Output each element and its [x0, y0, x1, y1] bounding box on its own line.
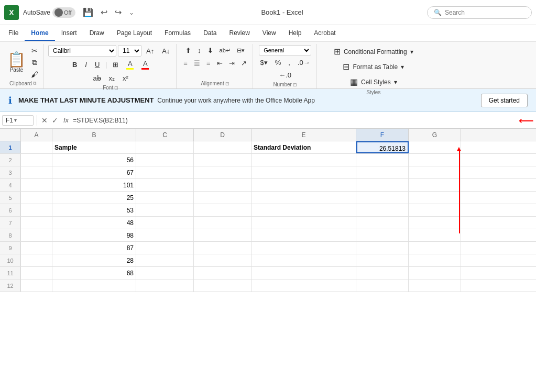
align-top-button[interactable]: ⬆ [183, 45, 194, 56]
decrease-decimal-button[interactable]: ←.0 [276, 70, 294, 81]
autosave-toggle[interactable]: Off [52, 7, 75, 18]
format-as-table-button[interactable]: ⊟ Format as Table ▾ [338, 60, 408, 73]
cell-a9[interactable] [21, 242, 52, 254]
tab-acrobat[interactable]: Acrobat [308, 26, 342, 41]
cell-d10[interactable] [194, 254, 251, 266]
cell-a7[interactable] [21, 217, 52, 229]
fill-color-button[interactable]: A [123, 58, 137, 71]
cell-c5[interactable] [136, 192, 194, 204]
search-box[interactable]: 🔍 [427, 6, 532, 19]
col-header-c[interactable]: C [136, 129, 194, 141]
font-name-select[interactable]: Calibri [48, 45, 116, 57]
cell-e11[interactable] [251, 267, 356, 279]
tab-draw[interactable]: Draw [83, 26, 111, 41]
cell-b3[interactable]: 67 [52, 166, 136, 178]
cell-g1[interactable] [409, 141, 461, 153]
percent-button[interactable]: % [272, 57, 285, 68]
cell-d5[interactable] [194, 192, 251, 204]
number-format-select[interactable]: General [259, 45, 311, 55]
cell-e5[interactable] [251, 192, 356, 204]
underline-button[interactable]: U [92, 59, 103, 70]
cell-f3[interactable] [356, 166, 409, 178]
cell-d3[interactable] [194, 166, 251, 178]
search-input[interactable] [445, 9, 523, 16]
cell-e9[interactable] [251, 242, 356, 254]
font-color-button[interactable]: A [138, 58, 152, 71]
increase-font-button[interactable]: A↑ [143, 46, 157, 57]
paste-button[interactable]: 📋 Paste [5, 50, 28, 75]
cell-g6[interactable] [409, 204, 461, 216]
cell-c10[interactable] [136, 254, 194, 266]
col-header-g[interactable]: G [409, 129, 461, 141]
cell-g2[interactable] [409, 154, 461, 166]
cell-reference-box[interactable]: F1 ▾ [2, 115, 34, 126]
cell-a4[interactable] [21, 179, 52, 191]
cell-b9[interactable]: 87 [52, 242, 136, 254]
cell-g4[interactable] [409, 179, 461, 191]
align-center-button[interactable]: ☰ [191, 58, 203, 69]
cell-g3[interactable] [409, 166, 461, 178]
cell-f11[interactable] [356, 267, 409, 279]
cell-e8[interactable] [251, 229, 356, 241]
cell-d12[interactable] [194, 279, 251, 292]
cell-c9[interactable] [136, 242, 194, 254]
clipboard-expand-icon[interactable]: ⧉ [33, 81, 36, 86]
merge-center-button[interactable]: ⊟▾ [234, 46, 247, 55]
cell-a12[interactable] [21, 279, 52, 292]
tab-formulas[interactable]: Formulas [158, 26, 197, 41]
cell-a5[interactable] [21, 192, 52, 204]
cell-f8[interactable] [356, 229, 409, 241]
cell-g11[interactable] [409, 267, 461, 279]
cell-d1[interactable] [194, 141, 251, 153]
cell-d11[interactable] [194, 267, 251, 279]
cell-a8[interactable] [21, 229, 52, 241]
cancel-formula-icon[interactable]: ✕ [40, 115, 49, 126]
cell-b11[interactable]: 68 [52, 267, 136, 279]
cell-f2[interactable] [356, 154, 409, 166]
col-header-f[interactable]: F [356, 129, 409, 141]
align-right-button[interactable]: ≡ [204, 58, 213, 69]
number-expand-icon[interactable]: ⊡ [293, 82, 297, 87]
tab-view[interactable]: View [256, 26, 282, 41]
cell-f4[interactable] [356, 179, 409, 191]
strikethrough-button[interactable]: ab̶ [90, 73, 104, 84]
bold-button[interactable]: B [69, 59, 80, 70]
cell-f10[interactable] [356, 254, 409, 266]
cell-b10[interactable]: 28 [52, 254, 136, 266]
subscript-button[interactable]: x₂ [106, 73, 118, 84]
tab-review[interactable]: Review [223, 26, 256, 41]
undo-button[interactable]: ↩ [97, 5, 111, 19]
comma-button[interactable]: , [285, 57, 293, 68]
cell-a3[interactable] [21, 166, 52, 178]
align-left-button[interactable]: ≡ [181, 58, 190, 69]
orientation-button[interactable]: ↗ [238, 58, 249, 69]
cell-d6[interactable] [194, 204, 251, 216]
superscript-button[interactable]: x² [119, 73, 132, 84]
cell-g8[interactable] [409, 229, 461, 241]
cell-b4[interactable]: 101 [52, 179, 136, 191]
format-painter-button[interactable]: 🖌 [29, 69, 40, 80]
cell-e1[interactable]: Standard Deviation [251, 141, 356, 153]
confirm-formula-icon[interactable]: ✓ [51, 115, 59, 126]
cell-c1[interactable] [136, 141, 194, 153]
formula-input[interactable]: =STDEV.S(B2:B11) [73, 117, 515, 124]
cell-styles-button[interactable]: ▦ Cell Styles ▾ [346, 75, 401, 88]
cell-c2[interactable] [136, 154, 194, 166]
italic-button[interactable]: I [82, 59, 90, 70]
accounting-format-button[interactable]: $▾ [257, 57, 271, 68]
cell-f12[interactable] [356, 279, 409, 292]
cell-e12[interactable] [251, 279, 356, 292]
cell-c6[interactable] [136, 204, 194, 216]
tab-page-layout[interactable]: Page Layout [111, 26, 158, 41]
cell-b2[interactable]: 56 [52, 154, 136, 166]
cell-g10[interactable] [409, 254, 461, 266]
conditional-formatting-button[interactable]: ⊞ Conditional Formatting ▾ [330, 45, 418, 58]
cell-f7[interactable] [356, 217, 409, 229]
cell-e3[interactable] [251, 166, 356, 178]
align-bottom-button[interactable]: ⬇ [205, 45, 216, 56]
cell-c4[interactable] [136, 179, 194, 191]
cell-d9[interactable] [194, 242, 251, 254]
cell-d2[interactable] [194, 154, 251, 166]
cell-e7[interactable] [251, 217, 356, 229]
borders-button[interactable]: ⊞ [110, 59, 122, 70]
